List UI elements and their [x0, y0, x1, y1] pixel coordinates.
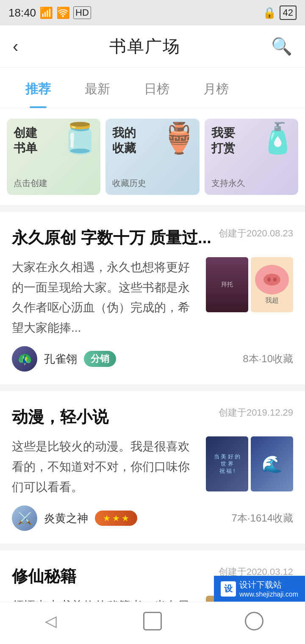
banner-reward-subtitle: 支持永久 — [211, 178, 245, 189]
book-item-2[interactable]: 动漫，轻小说 创建于2019.12.29 这些是比较火的动漫。我是很喜欢看的，不… — [0, 391, 305, 550]
book-item-1-desc: 大家在永久相遇，永久也想将更好的一面呈现给大家。这些书都是永久作者呕心沥血（伪）… — [12, 257, 197, 338]
book-item-1-footer: 🦚 孔雀翎 分销 8本·10收藏 — [12, 346, 293, 372]
tab-monthly[interactable]: 月榜 — [186, 68, 246, 108]
book-item-1-title: 永久原创 字数十万 质量过... — [12, 227, 214, 249]
pig-nostril-right — [273, 278, 277, 282]
avatar-inner-1: 🦚 — [12, 346, 37, 372]
book-item-1[interactable]: 永久原创 字数十万 质量过... 创建于2020.08.23 大家在永久相遇，永… — [0, 212, 305, 391]
nav-home-button[interactable] — [136, 608, 169, 634]
wifi-icon: 🛜 — [56, 6, 70, 19]
watermark-text: 设计下载站 www.shejizhaji.com — [239, 579, 298, 598]
book-item-2-footer: ⚔️ 炎黄之神 ★ ★ ★ 7本·1614收藏 — [12, 505, 293, 531]
signal-icon: 📶 — [39, 6, 53, 19]
lock-icon: 🔒 — [263, 6, 276, 19]
banner-grid: 创建书单 点击创建 🫙 我的收藏 收藏历史 🏺 我要打赏 支持永久 🧴 — [0, 108, 305, 205]
book-item-2-body: 这些是比较火的动漫。我是很喜欢看的，不知道对不对，你们口味你们可以看看。 当 美… — [12, 436, 293, 497]
book-item-2-title: 动漫，轻小说 — [12, 406, 214, 428]
nav-back-button[interactable]: ◁ — [34, 608, 68, 634]
watermark-logo: 设 — [221, 581, 236, 597]
tab-latest[interactable]: 最新 — [68, 68, 127, 108]
user-badge-level: ★ ★ ★ — [95, 511, 137, 526]
banner-collection-subtitle: 收藏历史 — [112, 178, 146, 189]
book-count-2: 7本·1614收藏 — [232, 511, 293, 525]
star-2: ★ — [112, 513, 120, 523]
book-item-1-images: 拜托 我超 — [206, 257, 293, 338]
tab-recommend[interactable]: 推荐 — [8, 68, 68, 108]
banner-collection-title: 我的收藏 — [112, 125, 136, 156]
tab-daily[interactable]: 日榜 — [127, 68, 186, 108]
battery-level: 42 — [283, 7, 293, 18]
watermark-site: www.shejizhaji.com — [239, 591, 298, 598]
nav-square-icon — [143, 612, 162, 630]
tabs: 推荐 最新 日榜 月榜 — [8, 68, 297, 108]
pig-nostril-left — [267, 278, 271, 282]
battery-indicator: 42 — [280, 6, 297, 20]
book-item-1-header: 永久原创 字数十万 质量过... 创建于2020.08.23 — [12, 227, 293, 249]
book-count-1: 8本·10收藏 — [243, 352, 293, 366]
tabs-container: 推荐 最新 日榜 月榜 — [0, 68, 305, 108]
book-thumb-anime1: 当 美 好 的世 界祝 福 ! — [206, 436, 248, 491]
user-badge-share: 分销 — [84, 351, 116, 367]
watermark-label: 设计下载站 — [239, 579, 298, 591]
vase-icon: 🏺 — [161, 121, 197, 155]
user-name-2: 炎黄之神 — [44, 511, 88, 526]
banner-reward-title: 我要打赏 — [211, 125, 235, 156]
status-time: 18:40 — [8, 6, 36, 19]
back-button[interactable]: ‹ — [13, 37, 18, 56]
user-avatar-2: ⚔️ — [12, 505, 37, 531]
page-title: 书单广场 — [109, 35, 180, 58]
book-thumb-anime2: 🌊 — [251, 436, 293, 491]
bottle-icon: 🧴 — [259, 121, 296, 155]
banner-create-title: 创建书单 — [14, 125, 37, 156]
star-3: ★ — [122, 513, 129, 523]
nav-recents-button[interactable] — [237, 608, 271, 634]
hd-icon: HD — [73, 6, 91, 19]
status-right: 🔒 42 — [263, 6, 297, 20]
book-item-3-title: 修仙秘籍 — [12, 566, 214, 587]
book-thumb-pig: 我超 — [251, 257, 293, 312]
header: ‹ 书单广场 🔍 — [0, 25, 305, 68]
teapot-icon: 🫙 — [61, 121, 98, 155]
avatar-inner-2: ⚔️ — [12, 505, 37, 531]
status-left: 18:40 📶 🛜 HD — [8, 6, 91, 19]
user-avatar-1: 🦚 — [12, 346, 37, 372]
book-item-2-desc: 这些是比较火的动漫。我是很喜欢看的，不知道对不对，你们口味你们可以看看。 — [12, 436, 197, 497]
status-bar: 18:40 📶 🛜 HD 🔒 42 — [0, 0, 305, 25]
nav-back-icon: ◁ — [45, 612, 57, 630]
pig-face — [255, 265, 289, 294]
book-item-2-images: 当 美 好 的世 界祝 福 ! 🌊 — [206, 436, 293, 497]
book-item-2-header: 动漫，轻小说 创建于2019.12.29 — [12, 406, 293, 428]
book-item-1-date: 创建于2020.08.23 — [219, 227, 293, 240]
nav-circle-icon — [245, 612, 263, 630]
book-thumb-dark: 拜托 — [206, 257, 248, 312]
banner-create[interactable]: 创建书单 点击创建 🫙 — [7, 119, 100, 195]
banner-reward[interactable]: 我要打赏 支持永久 🧴 — [205, 119, 298, 195]
book-item-2-date: 创建于2019.12.29 — [219, 406, 293, 419]
search-button[interactable]: 🔍 — [271, 36, 292, 56]
bottom-nav: ◁ — [0, 602, 305, 644]
user-name-1: 孔雀翎 — [44, 352, 77, 366]
watermark: 设 设计下载站 www.shejizhaji.com — [214, 576, 305, 602]
banner-collection[interactable]: 我的收藏 收藏历史 🏺 — [105, 119, 199, 195]
star-1: ★ — [103, 513, 111, 523]
banner-create-subtitle: 点击创建 — [14, 178, 47, 189]
book-item-1-body: 大家在永久相遇，永久也想将更好的一面呈现给大家。这些书都是永久作者呕心沥血（伪）… — [12, 257, 293, 338]
pig-nose — [263, 274, 280, 286]
